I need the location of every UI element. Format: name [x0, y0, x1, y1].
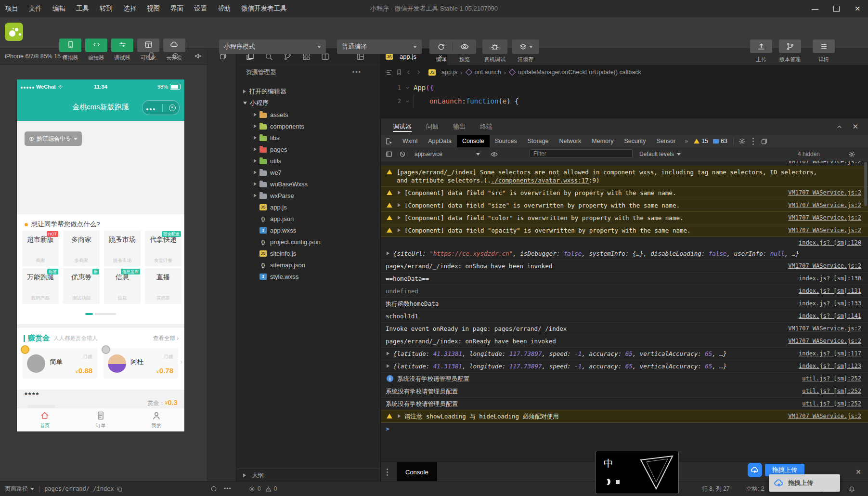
upload-button[interactable] [750, 39, 772, 53]
tree-node-pages[interactable]: pages [236, 144, 381, 155]
devtools-tab-storage[interactable]: Storage [522, 135, 554, 147]
console-prompt[interactable]: > [381, 423, 868, 435]
tree-file-sitemap.json[interactable]: {}sitemap.json [236, 259, 381, 271]
console-source-link[interactable]: index.js? [sm]:123 [787, 362, 861, 370]
record-status-icon[interactable] [210, 482, 217, 496]
error-counter[interactable]: 63 [713, 138, 727, 144]
devtools-tab-network[interactable]: Network [554, 135, 586, 147]
problems-indicator[interactable]: 0 0 [249, 482, 277, 496]
bookmark-icon[interactable] [396, 69, 402, 76]
close-panel-icon[interactable]: ✕ [852, 122, 858, 131]
console-source-link[interactable]: index.js? [sm]:133 [787, 300, 861, 308]
console-source-link[interactable]: index.js? [sm]:120 [787, 239, 861, 248]
mode-select[interactable]: 小程序模式 [219, 39, 326, 54]
close-button[interactable]: ✕ [847, 0, 868, 17]
clear-cache-button[interactable] [512, 39, 539, 54]
service-grid-item[interactable]: 优惠券测试功能新 [63, 268, 100, 304]
phone-tab-订单[interactable]: 订单 [73, 408, 129, 431]
panel-tab-调试器[interactable]: 调试器 [393, 118, 412, 135]
menu-item[interactable]: 帮助 [212, 0, 236, 17]
kebab-menu-icon[interactable] [752, 138, 754, 145]
tree-node-libs[interactable]: libs [236, 132, 381, 144]
page-path-control[interactable]: 页面路径 | pages/errand/_/index [5, 482, 123, 496]
console-inline-link[interactable]: ./components/avatar.wxss:17 [491, 177, 589, 184]
version-manage-button[interactable] [779, 39, 801, 53]
tree-node-wxParse[interactable]: wxParse [236, 190, 381, 201]
panel-tab-终端[interactable]: 终端 [480, 118, 492, 135]
mode-button[interactable] [85, 39, 107, 52]
console-source-link[interactable]: VM1707 WAService.js:2 [777, 201, 861, 209]
devtools-settings-icon[interactable] [738, 138, 746, 145]
phone-tab-我的[interactable]: 我的 [129, 408, 184, 431]
remote-debug-button[interactable] [482, 39, 507, 54]
devtools-tab-console[interactable]: Console [457, 135, 490, 147]
menu-item[interactable]: 界面 [165, 0, 189, 17]
log-levels-select[interactable]: Default levels [639, 151, 681, 157]
console-source-link[interactable]: VM1707 WAService.js:2 [777, 226, 861, 235]
nav-forward-icon[interactable] [415, 69, 422, 76]
mode-button[interactable] [111, 39, 133, 52]
devtools-tab-security[interactable]: Security [619, 135, 651, 147]
line-col-indicator[interactable]: 行 8, 列 27 [702, 482, 729, 496]
overflow-tabs-icon[interactable]: » [685, 138, 688, 144]
tree-file-siteinfo.js[interactable]: JSsiteinfo.js [236, 248, 381, 259]
menu-item[interactable]: 微信开发者工具 [236, 0, 292, 17]
breadcrumb-item[interactable]: onLaunch [466, 69, 501, 76]
phone-tab-首页[interactable]: 首页 [17, 408, 73, 431]
expand-icon[interactable] [387, 251, 389, 255]
console-source-link[interactable]: VM1707 WAService.js:2 [777, 189, 861, 197]
code-area[interactable]: 1App({2onLaunch: function(e) { [381, 81, 868, 108]
devtools-tab-sensor[interactable]: Sensor [651, 135, 681, 147]
panel-tab-问题[interactable]: 问题 [426, 118, 439, 135]
clear-console-icon[interactable] [399, 151, 406, 157]
drawer-tab-console[interactable]: Console [397, 462, 437, 482]
more-menu-button[interactable] [146, 104, 156, 112]
filter-input[interactable] [530, 149, 633, 158]
detail-button[interactable] [813, 39, 835, 53]
fold-icon[interactable] [401, 85, 414, 91]
eye-icon[interactable] [491, 151, 498, 158]
indent-indicator[interactable]: 空格: 2 [746, 482, 764, 496]
devtools-tab-appdata[interactable]: AppData [423, 135, 457, 147]
fold-icon[interactable] [401, 99, 414, 104]
bell-icon[interactable] [848, 482, 855, 496]
expand-icon[interactable] [398, 414, 401, 418]
menu-item[interactable]: 转到 [94, 0, 118, 17]
expand-icon[interactable] [387, 364, 389, 368]
menu-item[interactable]: 选择 [118, 0, 142, 17]
service-grid-item[interactable]: 万能跑腿数码产品标签 [22, 268, 59, 304]
expand-icon[interactable] [398, 216, 401, 220]
menu-item[interactable]: 项目 [0, 0, 24, 17]
warning-counter[interactable]: 15 [694, 138, 708, 144]
tree-file-app.wxss[interactable]: 3app.wxss [236, 224, 381, 236]
collapse-panel-icon[interactable] [836, 123, 843, 131]
service-grid-item[interactable]: 信息信息信息发布 [104, 268, 141, 304]
inspect-icon[interactable] [381, 138, 397, 145]
devtools-tab-sources[interactable]: Sources [490, 135, 522, 147]
mode-button[interactable] [59, 39, 81, 52]
breadcrumb-item[interactable]: JSapp.js [428, 69, 457, 76]
expand-icon[interactable] [398, 203, 401, 207]
hunter-card[interactable]: 简单月赚¥0.88 [23, 348, 97, 379]
console-source-link[interactable]: VM1707 WAService.js:2 [777, 337, 861, 345]
outline-toggle-icon[interactable] [386, 69, 393, 76]
undock-icon[interactable] [761, 138, 768, 145]
compile-button[interactable] [429, 39, 453, 54]
menu-item[interactable]: 文件 [24, 0, 47, 17]
console-sidebar-icon[interactable] [386, 151, 392, 157]
console-settings-icon[interactable] [848, 151, 855, 158]
compile-mode-select[interactable]: 普通编译 [337, 39, 422, 54]
scrollbar[interactable] [864, 162, 867, 206]
service-grid-item[interactable]: 超市新版商家HOT [22, 231, 59, 266]
menu-item[interactable]: 设置 [189, 0, 212, 17]
hunter-card[interactable]: 阿杜月赚¥0.78 [104, 348, 178, 379]
view-all-link[interactable]: 查看全部 › [153, 335, 179, 342]
mode-button[interactable] [163, 39, 185, 52]
console-source-link[interactable]: VM1707 WAService.js:2 [777, 325, 861, 333]
preview-button[interactable] [453, 39, 476, 54]
minimize-button[interactable]: — [804, 0, 826, 17]
menu-item[interactable]: 工具 [71, 0, 94, 17]
expand-icon[interactable] [387, 352, 389, 355]
expand-icon[interactable] [398, 228, 401, 232]
expand-icon[interactable] [398, 191, 401, 195]
